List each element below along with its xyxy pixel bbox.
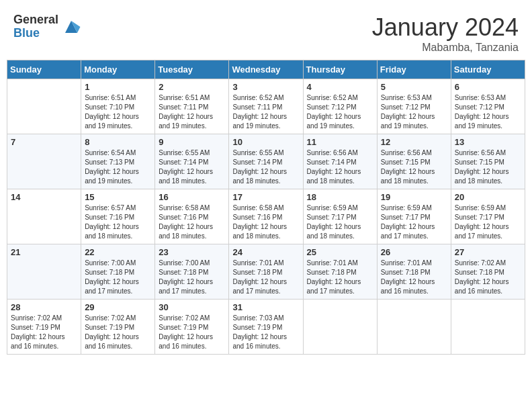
calendar-day-cell: 22Sunrise: 7:00 AMSunset: 7:18 PMDayligh… (81, 244, 155, 300)
calendar-week-row: 1415Sunrise: 6:57 AMSunset: 7:16 PMDayli… (7, 189, 525, 244)
calendar-day-cell: 23Sunrise: 7:00 AMSunset: 7:18 PMDayligh… (155, 244, 229, 300)
calendar-day-cell: 17Sunrise: 6:58 AMSunset: 7:16 PMDayligh… (229, 189, 303, 244)
day-info: Sunrise: 6:54 AMSunset: 7:13 PMDaylight:… (85, 148, 151, 186)
calendar-day-cell: 28Sunrise: 7:02 AMSunset: 7:19 PMDayligh… (7, 300, 81, 355)
day-info: Sunrise: 7:00 AMSunset: 7:18 PMDaylight:… (85, 259, 151, 296)
day-number: 28 (11, 302, 77, 312)
day-info: Sunrise: 6:59 AMSunset: 7:17 PMDaylight:… (455, 203, 521, 241)
day-number: 3 (232, 82, 299, 92)
day-info: Sunrise: 6:58 AMSunset: 7:16 PMDaylight:… (232, 203, 299, 241)
day-info: Sunrise: 7:02 AMSunset: 7:19 PMDaylight:… (85, 314, 151, 351)
day-number: 11 (307, 137, 373, 147)
day-number: 25 (307, 247, 373, 257)
calendar-day-cell: 24Sunrise: 7:01 AMSunset: 7:18 PMDayligh… (229, 244, 303, 300)
logo: General Blue (13, 13, 81, 40)
day-info: Sunrise: 6:51 AMSunset: 7:10 PMDaylight:… (85, 93, 151, 131)
calendar-day-cell: 8Sunrise: 6:54 AMSunset: 7:13 PMDaylight… (81, 134, 155, 189)
calendar-week-row: 28Sunrise: 7:02 AMSunset: 7:19 PMDayligh… (7, 300, 525, 355)
day-number: 4 (307, 82, 373, 92)
day-info: Sunrise: 7:02 AMSunset: 7:19 PMDaylight:… (159, 314, 225, 351)
day-info: Sunrise: 7:02 AMSunset: 7:19 PMDaylight:… (11, 314, 77, 351)
calendar-week-row: 78Sunrise: 6:54 AMSunset: 7:13 PMDayligh… (7, 134, 525, 189)
day-number: 16 (159, 192, 225, 202)
day-number: 9 (159, 137, 225, 147)
day-info: Sunrise: 6:59 AMSunset: 7:17 PMDaylight:… (307, 203, 373, 241)
day-info: Sunrise: 6:55 AMSunset: 7:14 PMDaylight:… (159, 148, 225, 186)
day-of-week-header: Saturday (451, 60, 525, 79)
logo-icon (61, 17, 81, 37)
day-number: 29 (85, 302, 151, 312)
day-number: 17 (232, 192, 299, 202)
day-number: 2 (159, 82, 225, 92)
day-number: 20 (455, 192, 521, 202)
calendar-week-row: 1Sunrise: 6:51 AMSunset: 7:10 PMDaylight… (7, 79, 525, 134)
calendar-day-cell: 26Sunrise: 7:01 AMSunset: 7:18 PMDayligh… (377, 244, 451, 300)
calendar-day-cell: 4Sunrise: 6:52 AMSunset: 7:12 PMDaylight… (303, 79, 377, 134)
day-info: Sunrise: 6:57 AMSunset: 7:16 PMDaylight:… (85, 203, 151, 241)
day-of-week-header: Friday (377, 60, 451, 79)
day-number: 18 (307, 192, 373, 202)
day-number: 19 (381, 192, 447, 202)
day-info: Sunrise: 6:58 AMSunset: 7:16 PMDaylight:… (159, 203, 225, 241)
day-number: 15 (85, 192, 151, 202)
day-number: 5 (381, 82, 447, 92)
day-number: 7 (11, 137, 77, 147)
location-subtitle: Mabamba, Tanzania (372, 42, 519, 54)
day-of-week-header: Thursday (303, 60, 377, 79)
calendar-day-cell: 16Sunrise: 6:58 AMSunset: 7:16 PMDayligh… (155, 189, 229, 244)
day-info: Sunrise: 6:53 AMSunset: 7:12 PMDaylight:… (381, 93, 447, 131)
calendar-day-cell (7, 79, 81, 134)
day-number: 21 (11, 247, 77, 257)
day-info: Sunrise: 6:56 AMSunset: 7:14 PMDaylight:… (307, 148, 373, 186)
day-of-week-header: Tuesday (155, 60, 229, 79)
day-number: 31 (232, 302, 299, 312)
day-info: Sunrise: 7:03 AMSunset: 7:19 PMDaylight:… (232, 314, 299, 351)
calendar-day-cell: 27Sunrise: 7:02 AMSunset: 7:18 PMDayligh… (451, 244, 525, 300)
day-info: Sunrise: 7:01 AMSunset: 7:18 PMDaylight:… (381, 259, 447, 296)
day-info: Sunrise: 7:02 AMSunset: 7:18 PMDaylight:… (455, 259, 521, 296)
logo-blue: Blue (13, 27, 58, 40)
calendar-day-cell: 1Sunrise: 6:51 AMSunset: 7:10 PMDaylight… (81, 79, 155, 134)
title-section: January 2024 Mabamba, Tanzania (372, 13, 519, 54)
calendar-day-cell: 15Sunrise: 6:57 AMSunset: 7:16 PMDayligh… (81, 189, 155, 244)
day-info: Sunrise: 6:56 AMSunset: 7:15 PMDaylight:… (381, 148, 447, 186)
day-number: 6 (455, 82, 521, 92)
day-number: 14 (11, 192, 77, 202)
calendar-day-cell: 13Sunrise: 6:56 AMSunset: 7:15 PMDayligh… (451, 134, 525, 189)
calendar-header-row: SundayMondayTuesdayWednesdayThursdayFrid… (7, 60, 525, 79)
calendar-day-cell: 29Sunrise: 7:02 AMSunset: 7:19 PMDayligh… (81, 300, 155, 355)
day-info: Sunrise: 6:51 AMSunset: 7:11 PMDaylight:… (159, 93, 225, 131)
day-number: 30 (159, 302, 225, 312)
calendar-day-cell: 30Sunrise: 7:02 AMSunset: 7:19 PMDayligh… (155, 300, 229, 355)
day-number: 10 (232, 137, 299, 147)
day-number: 1 (85, 82, 151, 92)
day-info: Sunrise: 6:59 AMSunset: 7:17 PMDaylight:… (381, 203, 447, 241)
day-number: 12 (381, 137, 447, 147)
calendar-day-cell: 20Sunrise: 6:59 AMSunset: 7:17 PMDayligh… (451, 189, 525, 244)
logo-general: General (13, 13, 58, 27)
day-number: 8 (85, 137, 151, 147)
calendar-day-cell: 11Sunrise: 6:56 AMSunset: 7:14 PMDayligh… (303, 134, 377, 189)
day-number: 23 (159, 247, 225, 257)
month-title: January 2024 (372, 13, 519, 42)
calendar-table: SundayMondayTuesdayWednesdayThursdayFrid… (7, 60, 525, 355)
calendar-day-cell (303, 300, 377, 355)
calendar-day-cell: 3Sunrise: 6:52 AMSunset: 7:11 PMDaylight… (229, 79, 303, 134)
day-info: Sunrise: 6:52 AMSunset: 7:11 PMDaylight:… (232, 93, 299, 131)
day-number: 26 (381, 247, 447, 257)
calendar-day-cell (377, 300, 451, 355)
day-number: 24 (232, 247, 299, 257)
page-header: General Blue January 2024 Mabamba, Tanza… (7, 7, 525, 57)
calendar-day-cell: 10Sunrise: 6:55 AMSunset: 7:14 PMDayligh… (229, 134, 303, 189)
calendar-week-row: 2122Sunrise: 7:00 AMSunset: 7:18 PMDayli… (7, 244, 525, 300)
day-info: Sunrise: 6:53 AMSunset: 7:12 PMDaylight:… (455, 93, 521, 131)
calendar-day-cell: 2Sunrise: 6:51 AMSunset: 7:11 PMDaylight… (155, 79, 229, 134)
day-info: Sunrise: 6:52 AMSunset: 7:12 PMDaylight:… (307, 93, 373, 131)
calendar-day-cell: 12Sunrise: 6:56 AMSunset: 7:15 PMDayligh… (377, 134, 451, 189)
day-info: Sunrise: 7:00 AMSunset: 7:18 PMDaylight:… (159, 259, 225, 296)
day-of-week-header: Wednesday (229, 60, 303, 79)
calendar-day-cell: 21 (7, 244, 81, 300)
day-info: Sunrise: 6:55 AMSunset: 7:14 PMDaylight:… (232, 148, 299, 186)
calendar-day-cell: 5Sunrise: 6:53 AMSunset: 7:12 PMDaylight… (377, 79, 451, 134)
calendar-day-cell: 9Sunrise: 6:55 AMSunset: 7:14 PMDaylight… (155, 134, 229, 189)
